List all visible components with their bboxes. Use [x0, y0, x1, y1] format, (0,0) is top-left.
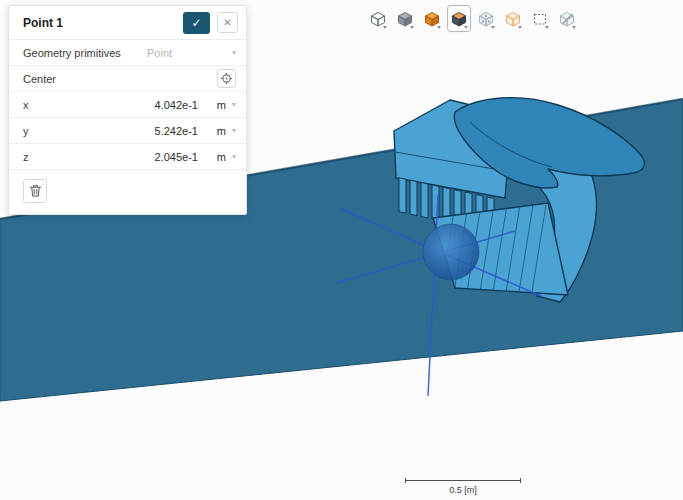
- cube-solid-gray-icon: [397, 11, 413, 27]
- unit-y-select[interactable]: m ▾: [208, 125, 236, 137]
- coordinate-x-label: x: [23, 99, 29, 111]
- unit-x-value: m: [217, 99, 226, 111]
- cube-faint-icon: [559, 11, 575, 27]
- toolbar-button-cube-faint[interactable]: [555, 5, 579, 32]
- geometry-primitives-label: Geometry primitives: [23, 47, 147, 59]
- dropdown-caret-icon: [518, 26, 522, 29]
- unit-z-value: m: [217, 151, 226, 163]
- unit-y-value: m: [217, 125, 226, 137]
- cube-outline-icon: [370, 11, 386, 27]
- geometry-primitives-select[interactable]: Point: [147, 47, 226, 59]
- unit-z-select[interactable]: m ▾: [208, 151, 236, 163]
- close-button[interactable]: ✕: [217, 12, 238, 33]
- dropdown-caret-icon: [437, 26, 441, 29]
- chevron-down-icon: ▾: [232, 152, 236, 161]
- center-row: Center: [9, 66, 246, 92]
- cube-pale-orange-icon: [505, 11, 521, 27]
- toolbar-button-cube-pale[interactable]: [501, 5, 525, 32]
- point-edit-panel: Point 1 ✓ ✕ Geometry primitives Point ▾ …: [8, 5, 247, 215]
- toolbar-button-cube-orange[interactable]: [420, 5, 444, 32]
- chevron-down-icon: ▾: [232, 126, 236, 135]
- dropdown-caret-icon: [545, 26, 549, 29]
- dropdown-caret-icon: [491, 26, 495, 29]
- crosshair-icon: [220, 72, 233, 85]
- box-select-icon: [532, 11, 548, 27]
- center-label: Center: [23, 73, 217, 85]
- point-sphere[interactable]: [423, 224, 479, 280]
- chevron-down-icon: ▾: [232, 100, 236, 109]
- view-toolbar: [366, 5, 579, 32]
- confirm-button[interactable]: ✓: [183, 12, 210, 34]
- toolbar-button-cube-orange-dark[interactable]: [447, 5, 471, 32]
- coordinate-row-z: z 2.045e-1 m ▾: [9, 144, 246, 170]
- application-window: Point 1 ✓ ✕ Geometry primitives Point ▾ …: [0, 0, 683, 500]
- panel-header: Point 1 ✓ ✕: [9, 6, 246, 40]
- scale-bar-label: 0.5 [m]: [449, 485, 477, 495]
- coordinate-y-label: y: [23, 125, 29, 137]
- coordinate-row-x: x 4.042e-1 m ▾: [9, 92, 246, 118]
- cube-orange-dark-icon: [451, 11, 467, 27]
- dropdown-caret-icon: [383, 26, 387, 29]
- dropdown-caret-icon: [572, 26, 576, 29]
- dropdown-caret-icon: [464, 26, 468, 29]
- coordinate-z-input[interactable]: 2.045e-1: [120, 151, 198, 163]
- delete-button[interactable]: [23, 179, 47, 203]
- trash-icon: [29, 184, 42, 198]
- toolbar-button-cube-solid[interactable]: [393, 5, 417, 32]
- cube-solid-orange-icon: [424, 11, 440, 27]
- toolbar-button-box-select[interactable]: [528, 5, 552, 32]
- scale-bar-line: [405, 478, 521, 483]
- panel-title: Point 1: [23, 16, 183, 30]
- scale-bar: 0.5 [m]: [406, 478, 520, 495]
- cube-transparent-icon: [478, 11, 494, 27]
- coordinate-z-label: z: [23, 151, 29, 163]
- coordinate-row-y: y 5.242e-1 m ▾: [9, 118, 246, 144]
- close-icon: ✕: [223, 17, 231, 28]
- coordinate-x-input[interactable]: 4.042e-1: [120, 99, 198, 111]
- unit-x-select[interactable]: m ▾: [208, 99, 236, 111]
- geometry-primitives-row: Geometry primitives Point ▾: [9, 40, 246, 66]
- chevron-down-icon[interactable]: ▾: [232, 48, 236, 57]
- coordinate-y-input[interactable]: 5.242e-1: [120, 125, 198, 137]
- toolbar-button-cube-transparent[interactable]: [474, 5, 498, 32]
- pick-point-button[interactable]: [217, 69, 236, 88]
- check-icon: ✓: [191, 16, 201, 30]
- dropdown-caret-icon: [410, 26, 414, 29]
- toolbar-button-cube-outline[interactable]: [366, 5, 390, 32]
- panel-footer: [9, 170, 246, 214]
